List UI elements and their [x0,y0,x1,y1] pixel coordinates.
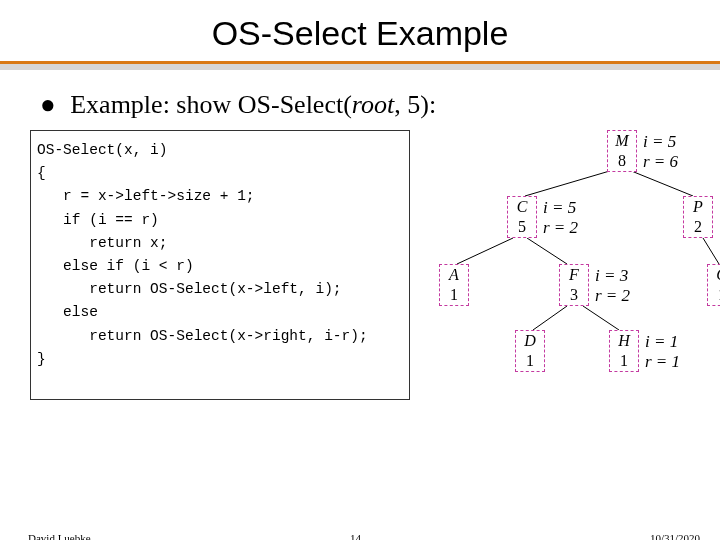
node-key: D [516,331,544,351]
code-line: OS-Select(x, i) [37,142,168,158]
bullet-prefix: Example: show OS-Select( [70,90,352,119]
ann-r: r = 2 [595,286,630,306]
ann-H: i = 1 r = 1 [645,332,680,373]
code-line: } [37,351,46,367]
node-key: M [608,131,636,151]
bullet-line: ● Example: show OS-Select(root, 5): [40,90,720,120]
node-size: 1 [708,285,720,305]
svg-line-6 [583,306,619,330]
svg-line-2 [457,238,513,264]
svg-line-5 [533,306,567,330]
code-line: else if (i < r) [37,258,194,274]
node-key: H [610,331,638,351]
ann-i: i = 5 [643,132,678,152]
tree-node-P: P 2 [683,196,713,238]
code-line: return OS-Select(x->left, i); [37,281,342,297]
title-rule-shadow [0,64,720,70]
ann-r: r = 6 [643,152,678,172]
code-line: r = x->left->size + 1; [37,188,255,204]
svg-line-3 [527,238,567,264]
footer-date: 10/31/2020 [650,532,700,540]
node-size: 1 [610,351,638,371]
footer-author: David Luebke [28,532,91,540]
ann-r: r = 2 [543,218,578,238]
node-key: Q [708,265,720,285]
tree-node-D: D 1 [515,330,545,372]
node-size: 1 [440,285,468,305]
node-size: 1 [516,351,544,371]
code-line: { [37,165,46,181]
bullet-icon: ● [40,90,56,119]
ann-i: i = 3 [595,266,630,286]
code-box: OS-Select(x, i) { r = x->left->size + 1;… [30,130,410,400]
node-key: A [440,265,468,285]
tree-node-M: M 8 [607,130,637,172]
code-line: if (i == r) [37,212,159,228]
ann-F: i = 3 r = 2 [595,266,630,307]
ann-i: i = 5 [543,198,578,218]
svg-line-1 [629,170,693,196]
footer-page: 14 [350,532,361,540]
tree-diagram: M 8 i = 5 r = 6 C 5 i = 5 r = 2 P 2 A 1 … [415,130,720,410]
node-key: C [508,197,536,217]
node-key: F [560,265,588,285]
node-size: 2 [684,217,712,237]
tree-node-A: A 1 [439,264,469,306]
code-line: return OS-Select(x->right, i-r); [37,328,368,344]
ann-r: r = 1 [645,352,680,372]
node-key: P [684,197,712,217]
node-size: 5 [508,217,536,237]
code-line: return x; [37,235,168,251]
ann-C: i = 5 r = 2 [543,198,578,239]
bullet-suffix: , 5): [394,90,436,119]
slide-title: OS-Select Example [0,14,720,53]
node-size: 8 [608,151,636,171]
node-size: 3 [560,285,588,305]
tree-node-H: H 1 [609,330,639,372]
tree-node-C: C 5 [507,196,537,238]
tree-node-Q: Q 1 [707,264,720,306]
code-line: else [37,304,98,320]
ann-i: i = 1 [645,332,680,352]
bullet-root: root [352,90,394,119]
content-row: OS-Select(x, i) { r = x->left->size + 1;… [30,130,700,420]
tree-node-F: F 3 [559,264,589,306]
svg-line-0 [525,170,613,196]
svg-line-4 [703,238,719,264]
ann-M: i = 5 r = 6 [643,132,678,173]
